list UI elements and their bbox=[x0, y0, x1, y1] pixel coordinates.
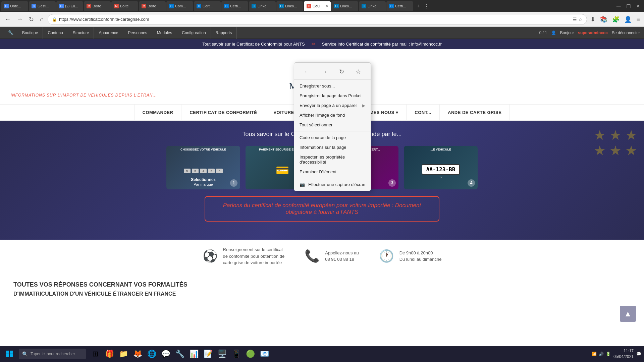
tab-14[interactable]: LiLinko... bbox=[359, 1, 386, 11]
taskbar-app-1[interactable]: 🎁 bbox=[103, 347, 116, 361]
volume-icon: 🔊 bbox=[599, 352, 604, 356]
maximize-button[interactable]: □ bbox=[624, 1, 633, 11]
context-page-info[interactable]: Informations sur la page bbox=[294, 142, 371, 152]
nav-cont[interactable]: CONT... bbox=[407, 105, 440, 120]
address-bar[interactable]: 🔒 https://www.certificatconformite-carte… bbox=[48, 14, 587, 25]
context-accessibility[interactable]: Inspecter les propriétés d'accessibilité bbox=[294, 152, 371, 167]
tab-7[interactable]: CCom... bbox=[166, 1, 193, 11]
svg-rect-10 bbox=[10, 354, 13, 357]
tab-10[interactable]: LiLinko... bbox=[249, 1, 276, 11]
sync-icon[interactable]: 👤 bbox=[623, 14, 633, 24]
taskbar-apps: ⊞ 🎁 📁 🦊 🌐 💬 🔧 📊 📝 🖥️ 📱 🟢 📧 bbox=[89, 347, 271, 361]
bookmark-icon[interactable]: ☆ bbox=[578, 17, 583, 22]
card-2-icon: 💳 bbox=[276, 164, 289, 177]
taskbar-app-4[interactable]: 🌐 bbox=[145, 347, 158, 361]
taskbar-app-3[interactable]: 🦊 bbox=[131, 347, 144, 361]
tab-8[interactable]: CCerti... bbox=[194, 1, 221, 11]
context-view-source[interactable]: Code source de la page bbox=[294, 133, 371, 142]
bookmarks-icon[interactable]: 📚 bbox=[599, 14, 609, 24]
context-bookmark-button[interactable]: ☆ bbox=[353, 67, 364, 77]
context-save-as[interactable]: Enregistrer sous... bbox=[294, 81, 371, 91]
reload-button[interactable]: ↻ bbox=[27, 14, 36, 24]
taskbar-search[interactable]: 🔍 Taper ici pour rechercher bbox=[19, 349, 86, 359]
info-bar-right: Service info Certificat de conformité pa… bbox=[322, 42, 442, 47]
taskbar: 🔍 Taper ici pour rechercher ⊞ 🎁 📁 🦊 🌐 💬 … bbox=[0, 346, 644, 362]
tab-5[interactable]: MBoîte bbox=[111, 1, 138, 11]
context-screenshot[interactable]: 📷 Effectuer une capture d'écran bbox=[294, 180, 371, 189]
new-tab-button[interactable]: + bbox=[415, 2, 421, 10]
cms-personnes[interactable]: Personnes bbox=[123, 27, 152, 39]
taskbar-app-11[interactable]: 🟢 bbox=[244, 347, 257, 361]
taskbar-app-12[interactable]: 📧 bbox=[258, 347, 271, 361]
tab-6[interactable]: MBoîte bbox=[139, 1, 166, 11]
taskbar-app-10[interactable]: 📱 bbox=[229, 347, 243, 361]
download-icon[interactable]: ⬇ bbox=[589, 14, 597, 24]
context-show-bg[interactable]: Afficher l'image de fond bbox=[294, 110, 371, 120]
tab-13[interactable]: LiLinko... bbox=[331, 1, 358, 11]
start-button[interactable] bbox=[3, 347, 16, 361]
section-title: TOUTES VOS RÉPONSES CONCERNANT VOS FORMA… bbox=[13, 281, 215, 288]
taskbar-app-taskview[interactable]: ⊞ bbox=[89, 347, 102, 361]
cms-boutique[interactable]: Boutique bbox=[17, 27, 43, 39]
tab-11[interactable]: LiLinko... bbox=[276, 1, 303, 11]
taskbar-app-6[interactable]: 🔧 bbox=[173, 347, 186, 361]
back-button[interactable]: ← bbox=[3, 14, 13, 24]
tab-list-button[interactable]: ⋮ bbox=[422, 2, 430, 11]
forward-button[interactable]: → bbox=[15, 14, 25, 24]
app-icon-4: 🌐 bbox=[147, 350, 156, 358]
cms-logout[interactable]: Se déconnecter bbox=[612, 31, 640, 35]
nav-commander[interactable]: COMMANDER bbox=[134, 105, 182, 120]
info-icon-1: ⚽ bbox=[203, 249, 218, 263]
taskbar-app-8[interactable]: 📝 bbox=[201, 347, 215, 361]
tab-2[interactable]: GGesti... bbox=[29, 1, 56, 11]
context-select-all[interactable]: Tout sélectionner bbox=[294, 120, 371, 130]
context-save-pocket[interactable]: Enregistrer la page dans Pocket bbox=[294, 91, 371, 101]
cms-apparence[interactable]: Apparence bbox=[94, 27, 123, 39]
info-text-1: Renseignement sur le certificatde confor… bbox=[223, 246, 285, 266]
taskbar-app-2[interactable]: 📁 bbox=[117, 347, 130, 361]
context-reload-button[interactable]: ↻ bbox=[336, 67, 347, 77]
tab-9[interactable]: CCerti... bbox=[221, 1, 248, 11]
cms-structure[interactable]: Structure bbox=[68, 27, 94, 39]
cms-rapports[interactable]: Rapports bbox=[211, 27, 237, 39]
menu-icon[interactable]: ≡ bbox=[635, 14, 641, 24]
card-3-number: 3 bbox=[388, 179, 396, 187]
context-back-button[interactable]: ← bbox=[301, 67, 313, 77]
card-1-number: 1 bbox=[230, 179, 237, 187]
taskbar-system-icons: 📶 🔊 🔋 bbox=[592, 352, 611, 356]
cms-toolbar: 🔧 Boutique Contenu Structure Apparence P… bbox=[0, 27, 644, 39]
cms-divider: 👤 bbox=[551, 31, 556, 35]
tab-15[interactable]: CCerti... bbox=[386, 1, 413, 11]
svg-rect-7 bbox=[6, 351, 9, 354]
nav-certificat[interactable]: CERTIFICAT DE CONFORMITÉ bbox=[181, 105, 265, 120]
taskbar-clock[interactable]: 11:17 05/04/2021 bbox=[613, 348, 634, 360]
cms-modules[interactable]: Modules bbox=[152, 27, 177, 39]
context-menu: ← → ↻ ☆ Enregistrer sous... Enregistrer … bbox=[294, 62, 371, 191]
taskbar-search-text: Taper ici pour rechercher bbox=[31, 352, 75, 356]
svg-rect-9 bbox=[6, 354, 9, 357]
taskbar-app-9[interactable]: 🖥️ bbox=[215, 347, 229, 361]
app-icon-7: 📊 bbox=[190, 350, 199, 358]
cms-logo: 🔧 bbox=[4, 30, 17, 35]
close-button[interactable]: × bbox=[634, 1, 643, 11]
tab-1[interactable]: GObte... bbox=[1, 1, 28, 11]
tab-4[interactable]: MBoîte bbox=[84, 1, 111, 11]
context-send-device[interactable]: Envoyer la page à un appareil ▶ bbox=[294, 101, 371, 110]
cms-contenu[interactable]: Contenu bbox=[43, 27, 68, 39]
cms-configuration[interactable]: Configuration bbox=[177, 27, 211, 39]
notification-icon[interactable]: 💬 bbox=[636, 352, 641, 356]
taskbar-search-icon: 🔍 bbox=[22, 351, 28, 357]
extensions-icon[interactable]: 🧩 bbox=[611, 14, 621, 24]
taskbar-app-5[interactable]: 💬 bbox=[159, 347, 172, 361]
context-inspect[interactable]: Examiner l'élément bbox=[294, 167, 371, 177]
hero-card-1: CHOISISSEZ VOTRE VÉHICULE M R A B P Sele… bbox=[166, 146, 240, 189]
reader-icon[interactable]: ☰ bbox=[573, 17, 577, 22]
tab-active[interactable]: CCoC× bbox=[304, 1, 331, 11]
scroll-to-top-button[interactable]: ▲ bbox=[620, 306, 636, 322]
minimize-button[interactable]: ─ bbox=[614, 1, 624, 11]
home-button[interactable]: ⌂ bbox=[38, 14, 46, 24]
nav-carte-grise[interactable]: ANDE DE CARTE GRISE bbox=[440, 105, 510, 120]
context-forward-button[interactable]: → bbox=[319, 67, 330, 77]
taskbar-app-7[interactable]: 📊 bbox=[187, 347, 201, 361]
tab-3[interactable]: G(2) Eu... bbox=[56, 1, 83, 11]
